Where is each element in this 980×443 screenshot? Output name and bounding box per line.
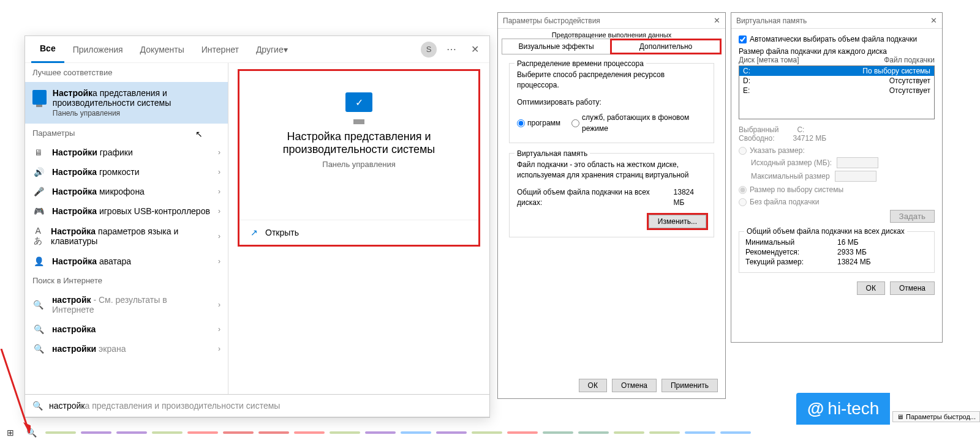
item-icon: 🖥 — [32, 147, 45, 157]
result-item[interactable]: AあНастройка параметров языка и клавиатур… — [25, 221, 228, 251]
cpu-desc: Выберите способ распределения ресурсов п… — [517, 70, 706, 91]
tab-more[interactable]: Другие ▾ — [247, 36, 296, 63]
vmem-totals-group: Общий объем файла подкачки на всех диска… — [739, 231, 935, 273]
search-icon: 🔍 — [32, 324, 45, 334]
max-size-input[interactable] — [835, 171, 876, 182]
web-result-item[interactable]: 🔍настройки экрана› — [25, 339, 228, 359]
vmem-title: Виртуальная память — [736, 17, 807, 25]
preview-card: Настройка представления и производительн… — [238, 69, 480, 247]
radio-background[interactable]: служб, работающих в фоновом режиме — [571, 113, 706, 134]
vmem-list-head: Размер файла подкачки для каждого диска — [739, 47, 935, 56]
radio-system-size[interactable]: Размер по выбору системы — [739, 185, 935, 194]
search-panel: Все Приложения Документы Интернет Другие… — [24, 35, 490, 418]
result-item[interactable]: 🔊Настройка громкости› — [25, 162, 228, 182]
item-icon: 👤 — [32, 256, 45, 266]
open-action[interactable]: ↗ Открыть — [239, 220, 478, 245]
search-icon: 🔍 — [32, 401, 43, 411]
web-result-item[interactable]: 🔍настройка› — [25, 319, 228, 339]
chevron-right-icon: › — [218, 207, 221, 215]
radio-programs[interactable]: программ — [517, 118, 560, 128]
cur-value: 13824 МБ — [837, 258, 871, 266]
taskbar-notification[interactable]: 🖥 Параметры быстрод... — [892, 411, 980, 422]
tab-all[interactable]: Все — [31, 36, 64, 63]
vmem-cancel-button[interactable]: Отмена — [890, 281, 935, 295]
perf-ok-button[interactable]: ОК — [579, 379, 607, 392]
max-label: Максимальный размер — [751, 172, 830, 181]
free-label: Свободно: — [739, 134, 775, 143]
min-value: 16 МБ — [837, 238, 859, 247]
cur-label: Текущий размер: — [745, 258, 813, 266]
item-icon: 🎮 — [32, 206, 45, 216]
item-title: настройк - См. результаты в Интернете — [52, 295, 211, 315]
drive-row[interactable]: C:По выбору системы — [739, 66, 934, 76]
totals-title: Общий объем файла подкачки на всех диска… — [744, 227, 907, 236]
perf-cancel-button[interactable]: Отмена — [612, 379, 657, 392]
chevron-right-icon: › — [218, 148, 221, 157]
chevron-right-icon: › — [218, 168, 221, 176]
result-item[interactable]: 👤Настройка аватара› — [25, 251, 228, 271]
free-value: 34712 МБ — [793, 134, 827, 143]
result-item[interactable]: 🖥Настройки графики› — [25, 143, 228, 162]
item-icon: 🔊 — [32, 167, 45, 177]
preview-subtitle: Панель управления — [322, 160, 395, 169]
item-title: Настройка параметров языка и клавиатуры — [51, 226, 211, 246]
drive-row[interactable]: D:Отсутствует — [739, 76, 934, 86]
chevron-right-icon: › — [218, 257, 221, 266]
search-input[interactable]: 🔍 настройка представления и производител… — [24, 394, 490, 417]
rec-value: 2933 МБ — [837, 248, 867, 256]
tab-visual-effects[interactable]: Визуальные эффекты — [502, 39, 610, 54]
performance-options-dialog: Параметры быстродействия ✕ Предотвращени… — [497, 12, 726, 399]
chevron-right-icon: › — [218, 325, 221, 333]
tab-web[interactable]: Интернет — [193, 36, 247, 63]
set-button[interactable]: Задать — [890, 210, 935, 223]
virtual-memory-dialog: Виртуальная память ✕ Автоматически выбир… — [731, 12, 943, 343]
result-item[interactable]: 🎤Настройка микрофона› — [25, 182, 228, 201]
more-menu[interactable]: ⋯ — [443, 43, 460, 55]
open-label: Открыть — [265, 228, 299, 237]
tab-advanced[interactable]: Дополнительно — [610, 39, 722, 54]
close-icon[interactable]: ✕ — [466, 43, 483, 55]
chevron-right-icon: › — [218, 232, 221, 240]
item-title: настройка — [52, 324, 96, 334]
initial-size-input[interactable] — [837, 157, 878, 168]
change-button[interactable]: Изменить... — [649, 215, 706, 228]
perf-apply-button[interactable]: Применить — [662, 379, 718, 392]
chevron-right-icon: › — [218, 187, 221, 196]
radio-no-file[interactable]: Без файла подкачки — [739, 198, 935, 206]
vmem-desc: Файл подкачки - это область на жестком д… — [517, 160, 706, 181]
tab-apps[interactable]: Приложения — [64, 36, 132, 63]
perf-title-bar: Параметры быстродействия ✕ — [498, 13, 725, 29]
perf-close-icon[interactable]: ✕ — [714, 16, 720, 25]
vmem-close-icon[interactable]: ✕ — [930, 16, 937, 25]
col-drive: Диск [метка тома] — [739, 56, 799, 64]
rec-label: Рекомендуется: — [745, 248, 813, 256]
radio-custom-size[interactable]: Указать размер: — [739, 146, 935, 155]
vmem-ok-button[interactable]: ОК — [857, 281, 885, 295]
drive-list[interactable]: C:По выбору системыD:ОтсутствуетE:Отсутс… — [739, 65, 935, 119]
start-icon[interactable]: ⊞ — [0, 422, 21, 443]
search-tabs: Все Приложения Документы Интернет Другие… — [25, 36, 489, 63]
search-typed: настройк — [49, 401, 85, 411]
perf-subhead: Предотвращение выполнения данных — [498, 29, 725, 39]
min-label: Минимальный — [745, 238, 813, 247]
cpu-group-title: Распределение времени процессора — [514, 59, 646, 69]
user-avatar[interactable]: S — [421, 42, 437, 58]
best-match-item[interactable]: Настройка представления и производительн… — [25, 82, 228, 124]
monitor-icon — [32, 90, 47, 105]
vmem-title-bar: Виртуальная память ✕ — [731, 13, 942, 29]
total-label: Общий объем файла подкачки на всех диска… — [517, 187, 674, 209]
auto-manage-checkbox[interactable]: Автоматически выбирать объем файла подка… — [739, 35, 935, 43]
drive-row[interactable]: E:Отсутствует — [739, 86, 934, 95]
best-match-header: Лучшее соответствие — [25, 63, 228, 82]
selected-value: C: — [797, 125, 804, 134]
brand-watermark: @hi-tech — [796, 393, 890, 425]
search-icon: 🔍 — [32, 344, 45, 354]
col-file: Файл подкачки — [884, 56, 935, 64]
web-result-item[interactable]: 🔍настройк - См. результаты в Интернете› — [25, 290, 228, 319]
result-item[interactable]: 🎮Настройка игровых USB-контроллеров› — [25, 201, 228, 221]
virtual-memory-group: Виртуальная память Файл подкачки - это о… — [509, 153, 714, 237]
taskbar-search-icon[interactable]: 🔍 — [21, 422, 42, 443]
init-label: Исходный размер (МБ): — [751, 158, 832, 167]
tab-docs[interactable]: Документы — [132, 36, 193, 63]
chevron-right-icon: › — [218, 344, 221, 353]
